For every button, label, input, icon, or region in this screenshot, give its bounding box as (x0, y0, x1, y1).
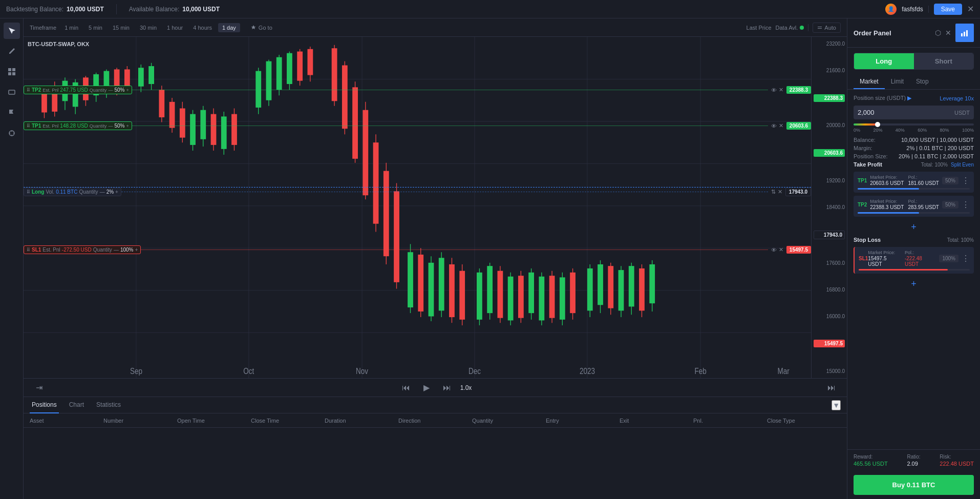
sl1-slider[interactable] (859, 269, 970, 271)
tp2-visibility-btn[interactable]: 👁 (771, 87, 777, 93)
panel-close-btn[interactable]: ✕ (945, 24, 951, 42)
tp1-more-btn[interactable]: ⋮ (962, 176, 970, 185)
tf-30min[interactable]: 30 min (136, 23, 161, 32)
add-tp-btn[interactable]: + (854, 220, 974, 235)
svg-rect-98 (477, 273, 482, 320)
play-btn[interactable]: ▶ (419, 381, 434, 395)
panel-expand-btn[interactable]: ⬡ (935, 24, 941, 42)
tp2-header: TP2 Market Price: 22388.3 USDT Pol.: 283… (858, 199, 970, 210)
goto-button[interactable]: Go to (246, 23, 276, 32)
entry-flip-btn[interactable]: ⇅ (771, 189, 776, 195)
sl1-mp-val: 15497.5 USDT (868, 256, 901, 267)
buy-button[interactable]: Buy 0.11 BTC (854, 475, 974, 495)
speed-display[interactable]: 1.0x (460, 384, 472, 391)
tp2-value: 247.75 USD (60, 87, 88, 93)
chart-icon-btn[interactable] (955, 24, 974, 42)
tp1-line[interactable]: ⠿ TP1 Est. Pnl 148.28 USD Quantity — 50%… (24, 121, 811, 130)
tp2-slider-fill (858, 212, 919, 214)
tf-15min[interactable]: 15 min (109, 23, 134, 32)
svg-rect-74 (342, 66, 348, 129)
entry-price-badge: 17943.0 (785, 188, 811, 196)
chart-main[interactable]: BTC-USDT-SWAP, OKX (24, 37, 847, 378)
skip-back-btn[interactable]: ⏮ (399, 381, 413, 395)
position-slider-thumb[interactable] (875, 122, 880, 127)
svg-rect-100 (487, 266, 493, 313)
svg-rect-86 (408, 252, 413, 307)
sl1-pnl-label: Pol.: (905, 250, 936, 255)
entry-line[interactable]: ⠿ Long Vol. 0.11 BTC Quantity — 2% + ⇅ ✕ (24, 187, 811, 196)
tp2-slider[interactable] (858, 212, 970, 214)
tf-1min[interactable]: 1 min (60, 23, 82, 32)
sidebar-flag-icon[interactable] (4, 105, 20, 121)
tab-stop[interactable]: Stop (910, 75, 935, 89)
tp2-close-btn[interactable]: ✕ (779, 87, 783, 93)
svg-rect-62 (266, 61, 272, 100)
auto-button[interactable]: Auto (813, 23, 841, 33)
tp2-mp-label: Market Price: (870, 199, 904, 204)
tf-1hour[interactable]: 1 hour (163, 23, 187, 32)
sl-line[interactable]: ⠿ SL1 Est. Pnl -272.50 USD Quantity — 10… (24, 245, 811, 254)
tf-4hours[interactable]: 4 hours (189, 23, 216, 32)
progress-40: 40% (896, 128, 905, 133)
tf-1day[interactable]: 1 day (218, 23, 240, 32)
split-even-btn[interactable]: Split Even (951, 162, 974, 168)
sl-close-btn[interactable]: ✕ (779, 246, 783, 253)
tab-chart[interactable]: Chart (67, 397, 86, 413)
col-number: Number (103, 418, 177, 424)
tp2-qty-pct: 50% (114, 87, 124, 93)
sl1-row-label: SL1 (859, 256, 868, 261)
sidebar-shape-icon[interactable] (4, 84, 20, 100)
tp1-slider[interactable] (858, 188, 970, 190)
price-15000: 15000.0 (814, 368, 845, 374)
expand-btn[interactable]: ▼ (832, 400, 841, 410)
tp2-qty-label: Quantity (90, 88, 107, 93)
tab-market[interactable]: Market (854, 75, 885, 89)
tp2-est-pnl: Est. Pnl (42, 88, 58, 93)
sidebar-pen-icon[interactable] (4, 43, 20, 59)
end-btn[interactable]: ⏭ (824, 381, 839, 395)
tab-statistics[interactable]: Statistics (94, 397, 123, 413)
sidebar-cursor-icon[interactable] (4, 23, 20, 39)
svg-rect-42 (148, 66, 154, 84)
position-size-arrow[interactable]: ▶ (907, 95, 911, 101)
price-18400: 18400.0 (814, 204, 845, 210)
close-button[interactable]: ✕ (967, 4, 974, 14)
short-button[interactable]: Short (914, 53, 974, 69)
sl1-more-btn[interactable]: ⋮ (962, 254, 970, 263)
balance-label: Balance: (854, 137, 876, 143)
svg-rect-3 (12, 72, 15, 75)
margin-row: Margin: 2% | 0.01 BTC | 200 USDT (854, 145, 974, 151)
position-progress-bar[interactable] (854, 123, 974, 126)
entry-close-btn[interactable]: ✕ (778, 189, 782, 195)
tab-limit[interactable]: Limit (885, 75, 910, 89)
add-sl-btn[interactable]: + (854, 277, 974, 292)
position-input[interactable] (858, 109, 954, 116)
sync-btn[interactable]: ⇥ (32, 381, 46, 395)
position-progress-fill (854, 123, 878, 126)
save-button[interactable]: Save (934, 4, 962, 15)
sidebar-grid-icon[interactable] (4, 64, 20, 80)
tp1-pnl-label: Pol.: (908, 175, 939, 180)
leverage-label[interactable]: Leverage 10x (940, 95, 974, 101)
tp1-visibility-btn[interactable]: 👁 (771, 123, 777, 129)
left-sidebar (0, 18, 24, 499)
entry-btc: 0.11 BTC (56, 189, 77, 195)
sidebar-measure-icon[interactable] (4, 125, 20, 141)
reward-value: 465.56 USDT (854, 461, 888, 467)
tp2-line[interactable]: ⠿ TP2 Est. Pnl 247.75 USD Quantity — 50%… (24, 86, 811, 94)
tab-positions[interactable]: Positions (30, 397, 59, 413)
bottom-panel: Positions Chart Statistics ▼ Asset Numbe… (24, 397, 847, 499)
svg-rect-66 (287, 53, 292, 84)
svg-rect-7 (818, 28, 822, 29)
sl-visibility-btn[interactable]: 👁 (771, 247, 777, 253)
tf-5min[interactable]: 5 min (84, 23, 106, 32)
skip-forward-btn[interactable]: ⏭ (440, 381, 454, 395)
tp1-close-btn[interactable]: ✕ (779, 122, 783, 129)
col-close-time: Close Time (251, 418, 325, 424)
tp2-more-btn[interactable]: ⋮ (962, 200, 970, 210)
svg-rect-112 (549, 276, 555, 318)
price-19200: 19200.0 (814, 178, 845, 183)
svg-rect-38 (124, 69, 130, 87)
stop-loss-title: Stop Loss (854, 237, 881, 243)
long-button[interactable]: Long (854, 53, 914, 69)
